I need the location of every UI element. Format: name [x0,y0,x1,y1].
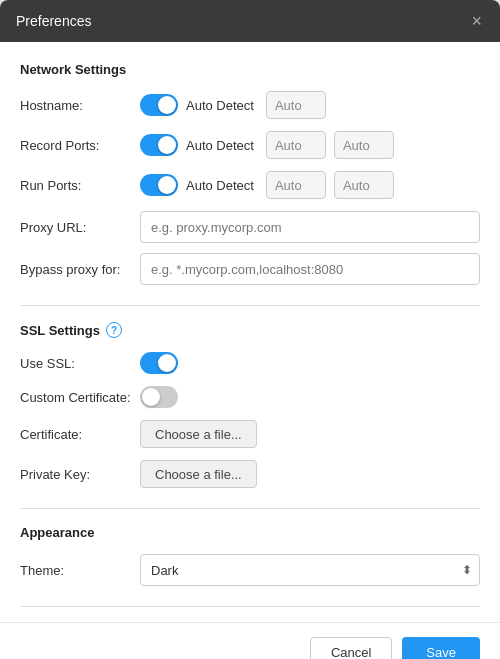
ssl-settings-title: SSL Settings [20,323,100,338]
titlebar: Preferences × [0,0,500,42]
run-ports-input2[interactable] [334,171,394,199]
run-ports-auto-detect-label: Auto Detect [186,178,254,193]
certificate-controls: Choose a file... [140,420,480,448]
theme-controls: Dark Light System ⬍ [140,554,480,586]
record-ports-label: Record Ports: [20,138,140,153]
custom-certificate-toggle-slider [140,386,178,408]
theme-label: Theme: [20,563,140,578]
hostname-row: Hostname: Auto Detect [20,91,480,119]
bypass-proxy-input[interactable] [140,253,480,285]
private-key-controls: Choose a file... [140,460,480,488]
theme-select[interactable]: Dark Light System [140,554,480,586]
custom-certificate-toggle[interactable] [140,386,178,408]
ssl-settings-section: SSL Settings ? Use SSL: Custom Certifica… [20,322,480,488]
record-ports-auto-detect-label: Auto Detect [186,138,254,153]
use-ssl-label: Use SSL: [20,356,140,371]
ssl-help-icon[interactable]: ? [106,322,122,338]
certificate-label: Certificate: [20,427,140,442]
run-ports-toggle[interactable] [140,174,178,196]
network-settings-section: Network Settings Hostname: Auto Detect R… [20,62,480,285]
hostname-toggle-slider [140,94,178,116]
private-key-row: Private Key: Choose a file... [20,460,480,488]
save-button[interactable]: Save [402,637,480,659]
use-ssl-toggle-slider [140,352,178,374]
record-ports-toggle-slider [140,134,178,156]
section-divider-3 [20,606,480,607]
proxy-url-input[interactable] [140,211,480,243]
appearance-section: Appearance Theme: Dark Light System ⬍ [20,525,480,586]
close-button[interactable]: × [469,12,484,30]
preferences-dialog: Preferences × Network Settings Hostname:… [0,0,500,659]
record-ports-row: Record Ports: Auto Detect [20,131,480,159]
custom-certificate-label: Custom Certificate: [20,390,140,405]
use-ssl-controls [140,352,480,374]
hostname-toggle[interactable] [140,94,178,116]
theme-select-wrap: Dark Light System ⬍ [140,554,480,586]
use-ssl-toggle[interactable] [140,352,178,374]
record-ports-input2[interactable] [334,131,394,159]
record-ports-input1[interactable] [266,131,326,159]
cancel-button[interactable]: Cancel [310,637,392,659]
theme-row: Theme: Dark Light System ⬍ [20,554,480,586]
custom-certificate-row: Custom Certificate: [20,386,480,408]
content-area: Network Settings Hostname: Auto Detect R… [0,42,500,622]
dialog-title: Preferences [16,13,91,29]
hostname-controls: Auto Detect [140,91,480,119]
use-ssl-row: Use SSL: [20,352,480,374]
run-ports-row: Run Ports: Auto Detect [20,171,480,199]
record-ports-toggle[interactable] [140,134,178,156]
certificate-row: Certificate: Choose a file... [20,420,480,448]
custom-certificate-controls [140,386,480,408]
private-key-label: Private Key: [20,467,140,482]
network-settings-title: Network Settings [20,62,480,77]
proxy-url-label: Proxy URL: [20,220,140,235]
hostname-input[interactable] [266,91,326,119]
bypass-proxy-label: Bypass proxy for: [20,262,140,277]
private-key-choose-button[interactable]: Choose a file... [140,460,257,488]
record-ports-controls: Auto Detect [140,131,480,159]
bypass-proxy-row: Bypass proxy for: [20,253,480,285]
proxy-url-row: Proxy URL: [20,211,480,243]
run-ports-controls: Auto Detect [140,171,480,199]
appearance-title: Appearance [20,525,480,540]
run-ports-label: Run Ports: [20,178,140,193]
hostname-auto-detect-label: Auto Detect [186,98,254,113]
footer: Cancel Save [0,622,500,659]
ssl-title-row: SSL Settings ? [20,322,480,338]
certificate-choose-button[interactable]: Choose a file... [140,420,257,448]
section-divider-2 [20,508,480,509]
run-ports-input1[interactable] [266,171,326,199]
run-ports-toggle-slider [140,174,178,196]
section-divider-1 [20,305,480,306]
hostname-label: Hostname: [20,98,140,113]
